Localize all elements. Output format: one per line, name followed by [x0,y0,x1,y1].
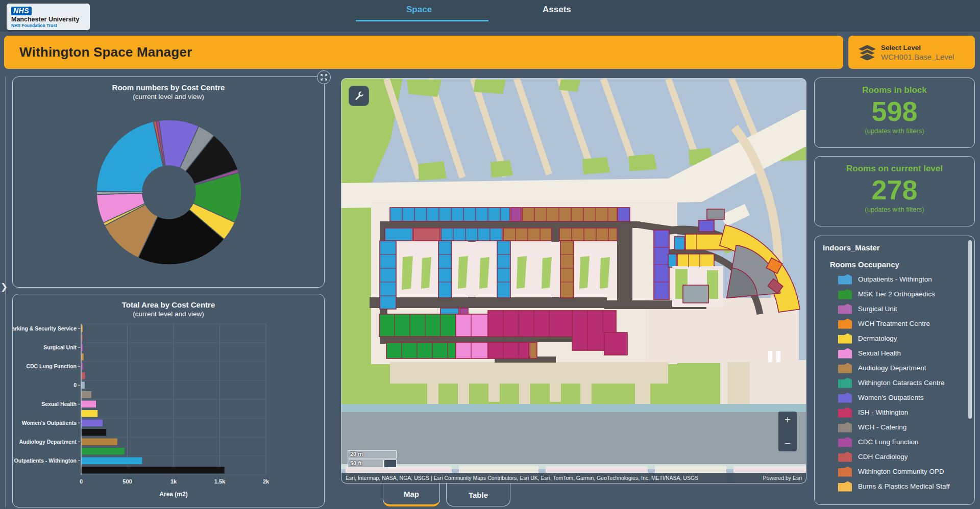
legend-color-swatch [838,334,852,344]
legend-item-label: WCH Treatment Centre [858,320,930,327]
pie-slice[interactable] [96,121,163,192]
stat-card-rooms-current-level: Rooms on current level 278 (updates with… [814,156,975,226]
pie-chart[interactable] [13,100,324,279]
x-axis-tick: 500 [122,478,132,485]
legend-color-swatch [838,437,852,447]
bar[interactable] [81,457,142,465]
stat-value: 278 [815,175,974,205]
bar[interactable] [81,429,106,436]
level-selector-label: Select Level [881,44,954,52]
bar-category-label: Audiology Department [19,439,77,445]
nhs-logo-mark: NHS [11,7,32,15]
top-bar: Space Assets [0,0,980,32]
legend-color-swatch [838,467,852,477]
map-zoom-control: + − [778,412,797,451]
legend-item-label: Outpatients - Withington [858,275,932,283]
legend-color-swatch [838,481,852,492]
pie-chart-title: Room numbers by Cost Centre [13,83,324,92]
x-axis-label: Area (m2) [159,491,187,498]
legend-item[interactable]: Audiology Department [815,361,974,375]
bar-category-label: Surgical Unit [43,344,77,350]
legend-item[interactable]: Surgical Unit [815,301,974,316]
legend-scrollbar[interactable] [968,240,972,419]
legend-item-label: CDH Cardiology [858,453,908,461]
legend-item-label: ISH - Withington [858,409,908,416]
legend-item[interactable]: WCH - Catering [815,420,974,435]
legend-item-label: MSK Tier 2 Orthopaedics [858,290,935,298]
x-axis-tick: 1.5k [214,478,226,485]
tab-map-view[interactable]: Map [383,483,440,506]
nhs-org-name: Manchester University [11,16,86,23]
bar-category-label: Outpatients - Withington [14,457,77,464]
legend-color-swatch [838,408,852,418]
bar[interactable] [81,467,225,474]
legend-item[interactable]: CDC Lung Function [815,435,974,449]
legend-item-label: Surgical Unit [858,305,897,313]
legend-color-swatch [838,319,852,329]
bar[interactable] [81,353,84,361]
layers-icon [859,45,876,60]
legend-item[interactable]: Women's Outpatients [815,390,974,405]
bar-chart[interactable]: Car Parking & Security ServiceSurgical U… [13,318,324,501]
zoom-out-button[interactable]: − [778,438,797,448]
legend-group-title: Rooms Occupancy [830,260,974,269]
legend-item-label: Dermatology [858,335,897,342]
legend-item[interactable]: Withington Cataracts Centre [815,375,974,390]
expand-widget-button[interactable] [317,70,331,84]
legend-item[interactable]: ISH - Withington [815,405,974,420]
x-axis-tick: 1k [170,478,177,485]
stat-note: (updates with filters) [815,206,974,213]
pie-chart-panel: Room numbers by Cost Centre (current lev… [12,77,325,288]
legend-item[interactable]: Withington Community OPD [815,464,974,479]
stat-card-rooms-in-block: Rooms in block 598 (updates with filters… [814,78,975,148]
legend-item-label: Audiology Department [858,364,926,372]
scale-imperial-label: 50 ft [350,460,362,466]
legend-item-label: Women's Outpatients [858,394,923,401]
floor-plan-map[interactable] [341,79,806,483]
legend-item[interactable]: Sexual Health [815,346,974,361]
tab-space[interactable]: Space [406,5,432,15]
bar[interactable] [81,420,103,427]
level-selector-value[interactable]: WCH001.Base_Level [881,53,954,61]
legend-item[interactable]: Burns & Plastics Medical Staff [815,479,974,494]
legend-item-label: Sexual Health [858,349,901,357]
legend-color-swatch [838,422,852,432]
bar-chart-subtitle: (current level and view) [13,310,324,318]
bar[interactable] [81,448,125,455]
bar-category-label: 0 [74,382,77,388]
legend-item[interactable]: WCH Treatment Centre [815,316,974,331]
measure-tool-button[interactable] [349,86,369,106]
app-banner: Withington Space Manager [4,36,843,69]
tab-table-view[interactable]: Table [446,483,510,506]
bar[interactable] [81,382,85,389]
legend-item[interactable]: MSK Tier 2 Orthopaedics [815,287,974,301]
legend-item-label: Withington Community OPD [858,468,944,475]
legend-item-label: CDC Lung Function [858,438,919,446]
tab-assets[interactable]: Assets [543,5,571,15]
legend-item[interactable]: CDH Cardiology [815,449,974,464]
legend-item[interactable]: Dermatology [815,331,974,346]
bar[interactable] [81,439,117,446]
map-scalebars: 20 m 50 ft [348,450,429,469]
page-title: Withington Space Manager [19,44,192,60]
x-axis-tick: 0 [80,478,83,485]
map-container: 20 m 50 ft + − Esri, Intermap, NASA, NGA… [341,78,806,483]
expand-arrows-icon [320,73,328,81]
pie-chart-subtitle: (current level and view) [13,93,324,100]
legend-color-swatch [838,348,852,359]
legend-color-swatch [838,274,852,285]
legend-item[interactable]: Outpatients - Withington [815,272,974,287]
level-selector[interactable]: Select Level WCH001.Base_Level [848,36,975,69]
legend-panel: Indoors_Master Rooms Occupancy Outpatien… [814,236,975,505]
zoom-in-button[interactable]: + [778,415,797,425]
powered-by-esri[interactable]: Powered by Esri [763,475,802,481]
bar[interactable] [81,410,97,417]
left-drawer-toggle[interactable]: ❯ [1,282,8,292]
bar[interactable] [81,401,96,408]
bar[interactable] [81,391,91,398]
nhs-logo: NHS Manchester University NHS Foundation… [7,4,90,30]
stat-title: Rooms in block [815,85,974,95]
nhs-trust-name: NHS Foundation Trust [11,23,86,28]
bar-chart-panel: Total Area by Cost Centre (current level… [12,294,325,507]
bar[interactable] [81,372,85,379]
